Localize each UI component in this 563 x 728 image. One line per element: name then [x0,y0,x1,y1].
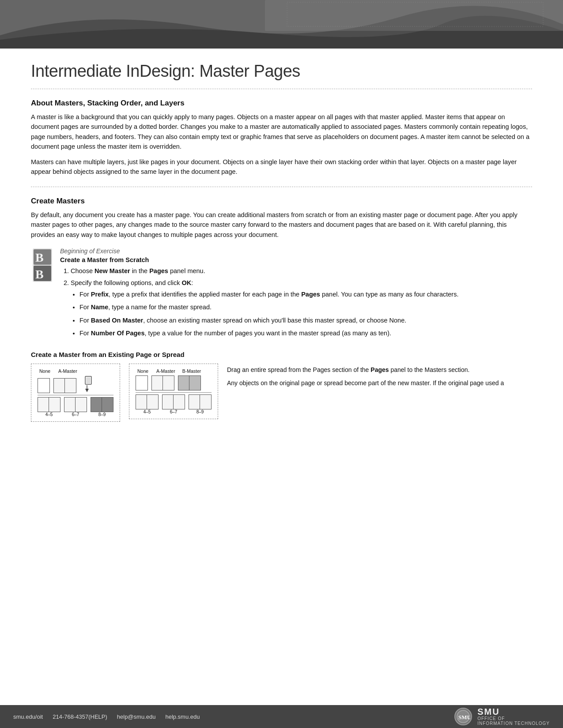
none-thumb-after [136,375,148,390]
svg-text:SMU: SMU [458,714,470,720]
amaster-left-after [151,375,163,390]
spread-89-box-after [189,394,212,409]
smu-logo-icon: SMU [454,708,472,725]
bullet1-bold2: Pages [301,291,320,298]
step2-bold: OK [181,279,191,286]
label-none: None [39,368,50,374]
amaster-box [53,378,76,393]
bmaster-thumb [178,375,201,390]
section1-para1: A master is like a background that you c… [31,112,532,152]
page7-after [174,394,185,409]
amaster-thumb-after [151,375,174,390]
bullet-name: For Name, type a name for the master spr… [79,302,532,312]
bmaster-box [178,375,201,390]
masters-section-after: None A-Master B-Master [136,368,212,390]
page9 [102,397,113,412]
exercise-steps: Choose New Master in the Pages panel men… [71,266,532,338]
main-content: Intermediate InDesign: Master Pages Abou… [0,49,563,431]
spread-67-label-after: 6–7 [170,409,178,414]
label-amaster-after: A-Master [156,368,175,374]
bmaster-left [178,375,189,390]
smu-name: SMU [477,707,550,716]
pages-thumbs: 4–5 6–7 [38,397,113,417]
amaster-right [65,378,76,393]
exercise-title: Beginning of Exercise [60,248,532,255]
bullet-prefix: For Prefix, type a prefix that identifie… [79,289,532,300]
bullet4-bold: Number Of Pages [91,330,145,337]
bullet3-bold: Based On Master [91,317,143,324]
step1-bold2: Pages [149,267,168,274]
footer-phone: 214-768-4357(HELP) [53,713,107,720]
create-master-header: Create a Master from an Existing Page or… [31,351,532,358]
exercise-step-1: Choose New Master in the Pages panel men… [71,266,532,276]
page7 [76,397,87,412]
footer-right: SMU SMU OFFICE OF INFORMATION TECHNOLOGY [454,707,550,726]
spread-89: 8–9 [91,397,113,417]
page5 [49,397,60,412]
page4 [38,397,49,412]
pages-panel-before: None A-Master [31,364,120,422]
amaster-box-after [151,375,174,390]
exercise-icon: B B [31,248,54,283]
spread-89-after: 8–9 [189,394,212,414]
diagram-desc1: Drag an entire spread from the Pages sec… [227,365,532,375]
footer-office-line1: OFFICE OF [477,716,550,721]
panel-divider-before [38,395,113,395]
none-box [38,378,50,393]
pages-bold: Pages [370,366,389,373]
label-bmaster: B-Master [182,368,201,374]
page-title: Intermediate InDesign: Master Pages [31,62,532,89]
footer: smu.edu/oit 214-768-4357(HELP) help@smu.… [0,705,563,728]
exercise-block: B B Beginning of Exercise Create a Maste… [31,248,532,341]
bullet-based-on: For Based On Master, choose an existing … [79,315,532,326]
bullet-number-pages: For Number Of Pages, type a value for th… [79,328,532,338]
spread-45-label-after: 4–5 [144,409,151,414]
bullet1-bold1: Prefix [91,291,109,298]
spread-45-label: 4–5 [45,412,53,417]
spread-45-box [38,397,60,412]
section2-header: Create Masters [31,197,532,206]
page4-after [136,394,147,409]
spread-67-label: 6–7 [72,412,79,417]
pages-diagrams-row: None A-Master [31,364,532,422]
footer-office-line2: INFORMATION TECHNOLOGY [477,721,550,726]
page6-after [162,394,174,409]
footer-left: smu.edu/oit 214-768-4357(HELP) help@smu.… [13,713,200,720]
panel-divider-after [136,392,212,393]
section2-para1: By default, any document you create has … [31,210,532,240]
masters-labels-after: None A-Master B-Master [136,368,212,374]
pages-panel-after: None A-Master B-Master [129,364,218,419]
bmaster-right [189,375,201,390]
exercise-bullets: For Prefix, type a prefix that identifie… [79,289,532,338]
create-master-section: Create a Master from an Existing Page or… [31,351,532,422]
masters-section-before: None A-Master [38,368,113,393]
amaster-right-after [163,375,174,390]
exercise-content: Beginning of Exercise Create a Master fr… [60,248,532,341]
label-amaster: A-Master [58,368,77,374]
drag-indicator [82,375,92,392]
spread-89-box [91,397,113,412]
masters-thumbs-after [136,375,212,390]
footer-help: help.smu.edu [165,713,200,720]
spread-45-box-after [136,394,159,409]
header-banner [0,0,563,49]
svg-rect-9 [86,377,91,383]
step1-bold1: New Master [94,267,130,274]
spread-89-label: 8–9 [98,412,106,417]
footer-url: smu.edu/oit [13,713,43,720]
page8 [91,397,102,412]
amaster-left [53,378,65,393]
page8-after [189,394,200,409]
amaster-thumb [53,378,76,393]
spread-67-box [64,397,87,412]
section1-para2: Masters can have multiple layers, just l… [31,157,532,177]
section1-header: About Masters, Stacking Order, and Layer… [31,99,532,108]
bullet2-bold: Name [91,304,109,311]
svg-text:B: B [35,267,44,281]
page9-after [200,394,212,409]
none-thumb [38,378,50,393]
spread-45: 4–5 [38,397,60,417]
page5-after [147,394,159,409]
masters-labels: None A-Master [38,368,113,374]
diagram-desc2: Any objects on the original page or spre… [227,379,532,388]
